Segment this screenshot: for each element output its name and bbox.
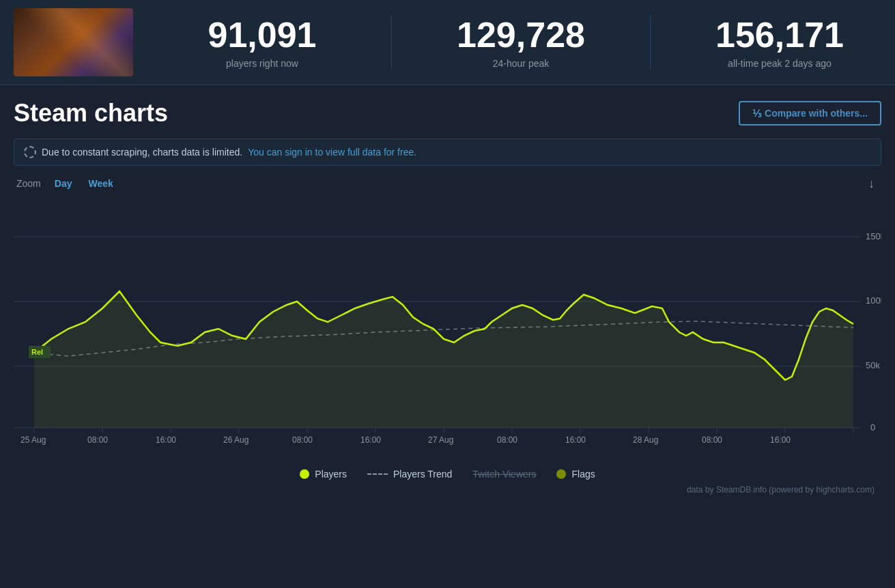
- svg-text:50k: 50k: [866, 360, 880, 370]
- svg-text:150k: 150k: [866, 231, 881, 241]
- main-content: Steam charts ⅓ Compare with others... Du…: [0, 85, 895, 501]
- charts-title: Steam charts: [14, 99, 168, 128]
- svg-text:100k: 100k: [866, 295, 881, 306]
- stat-alltime-peak-number: 156,171: [715, 16, 844, 55]
- svg-text:16:00: 16:00: [360, 435, 381, 445]
- game-thumbnail: [14, 8, 133, 76]
- legend-twitch-label: Twitch Viewers: [472, 469, 536, 480]
- stat-24h-peak-number: 129,728: [457, 16, 585, 55]
- zoom-week-button[interactable]: Week: [85, 177, 115, 190]
- stat-alltime-peak-label: all-time peak 2 days ago: [728, 58, 832, 69]
- legend-flags-label: Flags: [571, 469, 595, 480]
- stat-24h-peak-label: 24-hour peak: [493, 58, 550, 69]
- legend-players: Players: [300, 469, 347, 480]
- svg-text:26 Aug: 26 Aug: [223, 435, 248, 445]
- svg-text:25 Aug: 25 Aug: [20, 435, 46, 445]
- svg-text:08:00: 08:00: [702, 435, 722, 445]
- header-bar: 91,091 players right now 129,728 24-hour…: [0, 0, 895, 85]
- stat-players-now: 91,091 players right now: [160, 16, 364, 68]
- download-icon[interactable]: ↓: [868, 177, 875, 191]
- svg-text:16:00: 16:00: [156, 435, 176, 445]
- zoom-day-button[interactable]: Day: [52, 177, 75, 190]
- legend-flags-dot: [556, 469, 566, 479]
- chart-svg: 150k 100k 50k 0 Rel: [14, 196, 881, 455]
- stat-players-now-number: 91,091: [208, 16, 316, 55]
- compare-button[interactable]: ⅓ Compare with others...: [739, 101, 881, 126]
- svg-text:08:00: 08:00: [87, 435, 108, 445]
- attribution-text: data by SteamDB.info (powered by highcha…: [687, 485, 875, 495]
- stat-divider-2: [650, 15, 651, 70]
- legend-players-label: Players: [315, 469, 347, 480]
- svg-text:27 Aug: 27 Aug: [428, 435, 453, 445]
- notice-bar: Due to constant scraping, charts data is…: [14, 138, 881, 166]
- chart-legend: Players Players Trend Twitch Viewers Fla…: [14, 462, 881, 482]
- svg-text:28 Aug: 28 Aug: [633, 435, 658, 445]
- attribution: data by SteamDB.info (powered by highcha…: [14, 485, 881, 495]
- stat-24h-peak: 129,728 24-hour peak: [419, 16, 623, 68]
- legend-players-trend: Players Trend: [367, 469, 452, 480]
- chart-container: 150k 100k 50k 0 Rel: [14, 196, 881, 455]
- stat-divider-1: [391, 15, 392, 70]
- zoom-bar: Zoom Day Week ↓: [14, 177, 881, 190]
- svg-text:Rel: Rel: [31, 348, 43, 356]
- charts-header: Steam charts ⅓ Compare with others...: [14, 99, 881, 128]
- zoom-label: Zoom: [16, 178, 41, 189]
- stat-players-now-label: players right now: [226, 58, 298, 69]
- svg-text:08:00: 08:00: [497, 435, 517, 445]
- svg-text:0: 0: [870, 422, 875, 432]
- legend-players-dot: [300, 469, 309, 479]
- notice-icon: [24, 146, 36, 158]
- notice-text: Due to constant scraping, charts data is…: [42, 147, 242, 158]
- legend-twitch: Twitch Viewers: [472, 469, 536, 480]
- legend-players-trend-label: Players Trend: [393, 469, 452, 480]
- svg-text:16:00: 16:00: [770, 435, 791, 445]
- svg-text:16:00: 16:00: [565, 435, 586, 445]
- notice-link[interactable]: You can sign in to view full data for fr…: [248, 147, 416, 158]
- legend-flags: Flags: [556, 469, 595, 480]
- legend-trend-line: [367, 473, 388, 475]
- svg-text:08:00: 08:00: [292, 435, 313, 445]
- stat-alltime-peak: 156,171 all-time peak 2 days ago: [678, 16, 881, 68]
